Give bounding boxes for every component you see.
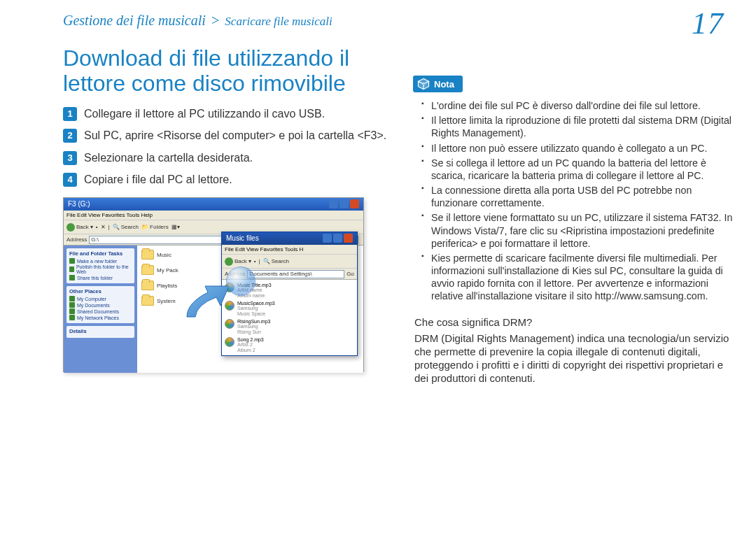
- window-titlebar: F3 (G:): [64, 198, 363, 211]
- note-item: L'ordine dei file sul PC è diverso dall'…: [421, 99, 738, 112]
- breadcrumb-first: Gestione dei file musicali: [63, 13, 206, 28]
- side-panel: File and Folder Tasks Make a new folder …: [64, 246, 137, 373]
- step-3: 3 Selezionare la cartella desiderata.: [63, 150, 392, 166]
- folder-icon: [141, 296, 154, 306]
- panel-header: Other Places: [69, 288, 132, 294]
- task-icon: [69, 275, 75, 280]
- breadcrumb-second: Scaricare file musicali: [225, 15, 332, 28]
- panel-item: My Network Places: [69, 315, 132, 320]
- search-button: 🔍 Search: [113, 224, 139, 230]
- window-buttons: [329, 198, 359, 211]
- file-item: Song 2.mp3Artist 2Album 2: [225, 337, 354, 353]
- minimize-icon: [329, 199, 338, 208]
- step-badge: 1: [63, 107, 77, 121]
- places-panel: Other Places My Computer My Documents Sh…: [66, 286, 134, 323]
- place-icon: [69, 296, 75, 301]
- steps-list: 1 Collegare il lettore al PC utilizzando…: [63, 106, 392, 187]
- panel-item: Publish this folder to the Web: [69, 264, 132, 274]
- step-badge: 4: [63, 173, 77, 187]
- tasks-panel: File and Folder Tasks Make a new folder …: [66, 248, 134, 283]
- panel-item: My Documents: [69, 302, 132, 308]
- drm-answer: DRM (Digital Rights Management) indica u…: [414, 332, 734, 385]
- address-input: Documents and Settings\: [247, 270, 344, 278]
- note-item: Se si collega il lettore ad un PC quando…: [421, 157, 738, 182]
- drag-highlight-icon: [226, 266, 255, 296]
- task-icon: [69, 258, 75, 264]
- nota-label: Nota: [434, 79, 454, 90]
- search-label: Search: [121, 224, 139, 230]
- window-buttons: [323, 232, 353, 245]
- back-icon: [66, 223, 75, 232]
- folder-icon: [141, 250, 154, 260]
- minimize-icon: [323, 234, 332, 243]
- note-item: Il lettore limita la riproduzione di fil…: [421, 114, 738, 139]
- place-icon: [69, 308, 75, 314]
- note-item: Kies permette di scaricare facilmente di…: [421, 252, 738, 303]
- back-button: Back ▾: [225, 257, 251, 266]
- back-icon: [225, 257, 233, 266]
- panel-header: File and Folder Tasks: [69, 250, 132, 257]
- right-column: Nota L'ordine dei file sul PC è diverso …: [413, 39, 738, 385]
- panel-item: My Computer: [69, 296, 132, 301]
- notes-list: L'ordine dei file sul PC è diverso dall'…: [413, 99, 738, 303]
- drag-arrow: [180, 282, 232, 322]
- content-area: Download di file utilizzando il lettore …: [0, 39, 756, 385]
- left-column: Download di file utilizzando il lettore …: [63, 39, 392, 385]
- address-label: Address: [66, 236, 87, 243]
- breadcrumb: Gestione dei file musicali > Scaricare f…: [63, 13, 332, 29]
- maximize-icon: [340, 199, 349, 208]
- folders-button: 📁 Folders: [141, 224, 169, 230]
- panel-header: Details: [69, 328, 132, 334]
- window-title: F3 (G:): [68, 198, 90, 211]
- sub-menu-bar: File Edit View Favorites Tools H: [222, 245, 357, 255]
- step-text: Collegare il lettore al PC utilizzando i…: [84, 106, 325, 122]
- close-icon: [344, 234, 353, 243]
- step-2: 2 Sul PC, aprire <Risorse del computer> …: [63, 128, 392, 143]
- panel-item: Make a new folder: [69, 258, 132, 264]
- sub-window-titlebar: Music files: [222, 232, 357, 245]
- folder-icon: [141, 265, 154, 275]
- note-item: Il lettore non può essere utilizzato qua…: [421, 142, 738, 155]
- panel-item: Share this folder: [69, 275, 132, 280]
- note-item: La connessione diretta alla porta USB de…: [421, 184, 738, 209]
- page-number: 17: [692, 8, 728, 39]
- media-icon: [225, 337, 234, 347]
- step-4: 4 Copiare i file dal PC al lettore.: [63, 172, 392, 187]
- step-badge: 3: [63, 151, 77, 165]
- panel-item: Shared Documents: [69, 308, 132, 314]
- close-icon: [350, 199, 359, 208]
- breadcrumb-sep: >: [209, 13, 222, 28]
- menu-bar: File Edit View Favorites Tools Help: [64, 211, 363, 220]
- file-item: RisingSun.mp3SamsungRising Sun: [225, 319, 354, 334]
- place-icon: [69, 302, 75, 308]
- page-header: Gestione dei file musicali > Scaricare f…: [0, 0, 756, 39]
- explorer-screenshot: F3 (G:) File Edit View Favorites Tools H…: [63, 197, 364, 372]
- search-button: 🔍 Search: [263, 258, 289, 264]
- drm-section: Che cosa significa DRM? DRM (Digital Rig…: [413, 315, 738, 385]
- nota-badge: Nota: [413, 76, 463, 92]
- folders-label: Folders: [150, 224, 169, 230]
- cube-icon: [417, 78, 430, 90]
- step-text: Sul PC, aprire <Risorse del computer> e …: [84, 128, 386, 143]
- task-icon: [69, 266, 74, 272]
- place-icon: [69, 315, 75, 320]
- note-item: Se il lettore viene formattato su un PC,…: [421, 211, 738, 250]
- back-label: Back: [76, 224, 89, 230]
- drm-question: Che cosa significa DRM?: [414, 315, 734, 329]
- folder-icon: [141, 280, 154, 290]
- back-button: Back ▾: [66, 223, 93, 232]
- maximize-icon: [333, 234, 342, 243]
- sub-window-title: Music files: [226, 232, 259, 245]
- go-button: Go: [346, 271, 354, 277]
- step-badge: 2: [63, 129, 77, 143]
- details-panel: Details: [66, 326, 134, 338]
- step-text: Copiare i file dal PC al lettore.: [84, 172, 232, 187]
- page-title: Download di file utilizzando il lettore …: [63, 46, 392, 97]
- step-text: Selezionare la cartella desiderata.: [84, 150, 253, 166]
- file-item: MusicSpace.mp3SamsungMusic Space: [225, 301, 354, 316]
- step-1: 1 Collegare il lettore al PC utilizzando…: [63, 106, 392, 122]
